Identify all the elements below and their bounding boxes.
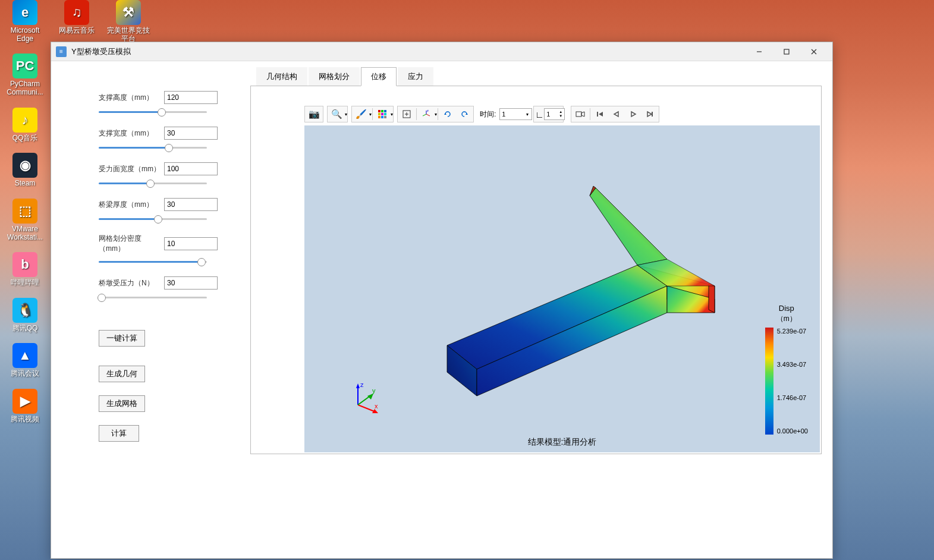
play-button[interactable]	[625, 107, 641, 121]
desktop-shortcut[interactable]: ♪QQ音乐	[3, 108, 47, 142]
record-button[interactable]	[572, 107, 589, 121]
next-frame-button[interactable]	[641, 107, 658, 121]
rotate-ccw-button[interactable]	[439, 107, 456, 121]
viewer-panel: 几何结构网格划分位移应力 📷 🔍 ▾ 🖌️ ▾	[250, 61, 832, 558]
desktop-shortcut[interactable]: 🐧腾讯QQ	[3, 298, 47, 332]
svg-rect-5	[381, 110, 383, 112]
maximize-button[interactable]	[773, 43, 800, 61]
svg-marker-21	[466, 113, 468, 115]
svg-rect-4	[378, 110, 380, 112]
calc-all-button[interactable]: 一键计算	[99, 330, 145, 347]
3d-canvas[interactable]: z x y Disp （m） 5.239e-07	[304, 125, 820, 452]
result-model-label: 结果模型:通用分析	[528, 437, 597, 448]
first-frame-button[interactable]	[592, 107, 608, 121]
step-angle-icon: ∟	[534, 107, 544, 121]
svg-marker-20	[444, 113, 446, 115]
param-label: 支撑高度（mm）	[99, 93, 164, 103]
param-input-2[interactable]	[164, 162, 218, 175]
desktop-shortcut[interactable]: ⬚VMware Workstati...	[3, 199, 47, 242]
param-label: 支撑宽度（mm）	[99, 128, 164, 139]
svg-rect-12	[384, 116, 386, 118]
svg-marker-40	[356, 383, 360, 388]
svg-marker-25	[599, 112, 603, 117]
viewer-frame: 📷 🔍 ▾ 🖌️ ▾ ▾	[250, 86, 822, 454]
svg-text:z: z	[360, 381, 364, 388]
app-icon: ≡	[56, 46, 67, 57]
desktop-shortcut[interactable]: PCPyCharm Communi...	[3, 54, 47, 97]
svg-marker-23	[581, 112, 584, 117]
tab-3[interactable]: 应力	[398, 67, 433, 86]
svg-rect-29	[652, 112, 653, 117]
param-slider-2[interactable]	[99, 178, 207, 190]
param-slider-1[interactable]	[99, 142, 207, 154]
svg-text:z: z	[427, 109, 429, 112]
legend-bar	[765, 328, 773, 435]
tabs: 几何结构网格划分位移应力	[256, 67, 822, 86]
desktop-shortcut[interactable]: ▲腾讯会议	[3, 343, 47, 377]
svg-marker-28	[647, 112, 652, 117]
svg-rect-24	[597, 112, 598, 117]
legend-tick: 1.746e-07	[777, 394, 808, 401]
param-input-4[interactable]	[164, 237, 218, 250]
svg-line-42	[358, 405, 376, 412]
tab-2[interactable]: 位移	[361, 67, 397, 86]
legend-unit: （m）	[765, 314, 808, 324]
tab-1[interactable]: 网格划分	[309, 67, 360, 86]
svg-rect-9	[384, 113, 386, 115]
gen-geom-button[interactable]: 生成几何	[99, 366, 145, 382]
paint-button[interactable]: 🖌️	[353, 107, 369, 121]
svg-rect-11	[381, 116, 383, 118]
param-label: 网格划分密度（mm）	[99, 234, 164, 254]
svg-rect-10	[378, 116, 380, 118]
zoom-button[interactable]: 🔍	[328, 107, 345, 121]
parameters-panel: 支撑高度（mm） 支撑宽度（mm） 受力面宽度（mm） 桥梁厚度（mm） 网格划	[51, 61, 250, 558]
time-label: 时间:	[480, 109, 496, 119]
window-title: Y型桥墩受压模拟	[71, 46, 746, 57]
svg-rect-8	[381, 113, 383, 115]
desktop-shortcut[interactable]: ◉Steam	[3, 153, 47, 187]
svg-rect-1	[784, 49, 789, 54]
desktop-shortcut[interactable]: ▶腾讯视频	[3, 389, 47, 423]
minimize-button[interactable]	[746, 43, 773, 61]
svg-marker-35	[709, 284, 715, 313]
desktop-shortcut[interactable]: b哔哩哔哩	[3, 252, 47, 287]
prev-frame-button[interactable]	[608, 107, 625, 121]
svg-rect-6	[384, 110, 386, 112]
legend-title: Disp	[765, 304, 808, 313]
close-button[interactable]	[800, 43, 828, 61]
desktop-shortcut[interactable]: eMicrosoft Edge	[3, 0, 47, 43]
param-input-1[interactable]	[164, 127, 218, 140]
param-slider-0[interactable]	[99, 106, 207, 118]
fit-view-button[interactable]	[398, 107, 415, 121]
param-label: 桥梁厚度（mm）	[99, 200, 164, 210]
svg-marker-27	[631, 112, 636, 117]
title-bar: ≡ Y型桥墩受压模拟	[51, 42, 832, 61]
param-slider-4[interactable]	[99, 256, 207, 268]
compute-button[interactable]: 计算	[99, 425, 139, 442]
param-slider-5[interactable]	[99, 292, 207, 304]
svg-rect-22	[576, 112, 581, 117]
screenshot-button[interactable]: 📷	[306, 107, 322, 121]
param-label: 桥墩受压力（N）	[99, 278, 164, 288]
param-label: 受力面宽度（mm）	[99, 164, 164, 174]
svg-rect-7	[378, 113, 380, 115]
svg-line-17	[426, 114, 430, 116]
svg-line-18	[423, 114, 426, 116]
param-input-5[interactable]	[164, 276, 218, 290]
cube-colormap-button[interactable]	[374, 107, 391, 121]
param-slider-3[interactable]	[99, 213, 207, 225]
legend-tick: 5.239e-07	[777, 328, 808, 335]
svg-marker-26	[614, 112, 618, 117]
axes-orient-button[interactable]: z	[418, 107, 435, 121]
app-window: ≡ Y型桥墩受压模拟 支撑高度（mm） 支撑宽度（mm）	[51, 42, 833, 559]
desktop-shortcut[interactable]: ♫网易云音乐	[59, 0, 95, 43]
param-input-0[interactable]	[164, 91, 218, 104]
tab-0[interactable]: 几何结构	[256, 67, 307, 86]
param-input-3[interactable]	[164, 198, 218, 211]
rotate-cw-button[interactable]	[456, 107, 473, 121]
viewer-toolbar: 📷 🔍 ▾ 🖌️ ▾ ▾	[304, 105, 821, 123]
desktop-shortcut[interactable]: ⚒完美世界竞技平台	[106, 0, 150, 43]
gen-mesh-button[interactable]: 生成网格	[99, 395, 145, 412]
legend-tick: 0.000e+00	[777, 427, 808, 435]
svg-marker-46	[367, 394, 373, 399]
